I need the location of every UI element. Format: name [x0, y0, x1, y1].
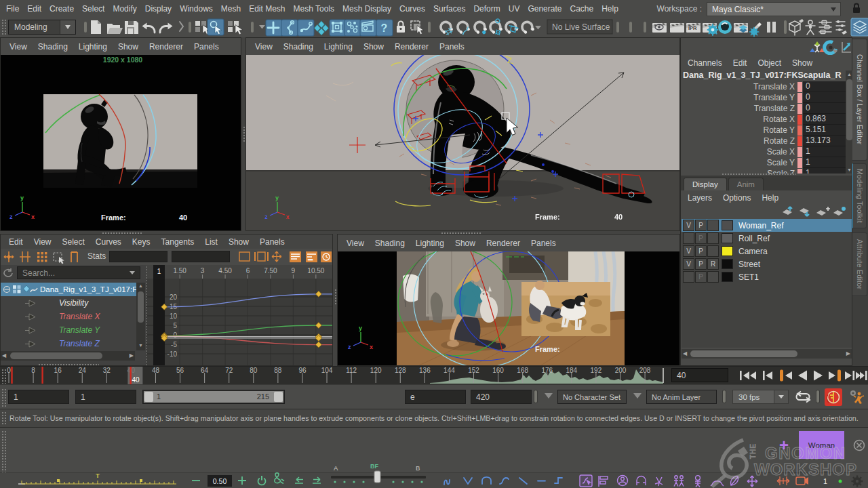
curve-ease-icon[interactable]: [500, 478, 509, 484]
channel-row[interactable]: Rotate Z 13.173: [681, 136, 846, 146]
menu-item[interactable]: Surfaces: [429, 4, 469, 14]
snap-magnet-grid-icon[interactable]: [439, 20, 454, 37]
menu-item[interactable]: UV: [505, 4, 524, 14]
channel-row[interactable]: Rotate Y 5.151: [681, 125, 846, 136]
snap-points-icon[interactable]: [344, 20, 361, 36]
channelbox-menu-item[interactable]: Show: [787, 58, 818, 68]
animation-start-field[interactable]: 1: [8, 390, 69, 404]
layer-playback-toggle[interactable]: P: [695, 220, 707, 231]
channel-value-field[interactable]: 1: [803, 146, 846, 157]
prev-key-arrow-icon[interactable]: [295, 477, 303, 483]
tab-channel-box[interactable]: Channel Box / Layer Editor: [852, 39, 867, 161]
graph-menu-item[interactable]: Keys: [127, 237, 156, 247]
layer-visibility-toggle[interactable]: V: [683, 220, 694, 231]
link-icon[interactable]: [275, 473, 284, 484]
layer-reference-toggle[interactable]: R: [707, 258, 719, 270]
layer-playback-toggle[interactable]: P: [695, 258, 707, 270]
modeling-toolkit-box-icon[interactable]: [789, 19, 804, 35]
dope-sheet-icon[interactable]: [306, 251, 317, 262]
channel-value-field[interactable]: 13.173: [803, 136, 846, 146]
lattice-tool-icon[interactable]: [37, 252, 47, 262]
move-layer-down-icon[interactable]: [800, 208, 809, 216]
layer-row[interactable]: V P Camera: [682, 245, 852, 258]
select-component-icon[interactable]: [228, 21, 243, 35]
layer-reference-toggle[interactable]: [707, 271, 719, 283]
graph-plot-area[interactable]: 1.5034.5067.50910.50 20151050-5-10 1: [146, 265, 332, 365]
no-live-surface-field[interactable]: No Live Surface: [552, 22, 610, 32]
menubar-lock-icon[interactable]: [852, 3, 861, 14]
mini-timeline-ruler[interactable]: [22, 479, 176, 484]
menu-item[interactable]: File: [2, 4, 23, 14]
helpline-grip[interactable]: [1, 411, 6, 426]
highlight-selection-icon[interactable]: [411, 21, 423, 35]
viewport-menu-item[interactable]: Renderer: [481, 239, 526, 248]
menu-item[interactable]: Display: [141, 4, 176, 14]
anim-flag-icon[interactable]: [599, 476, 608, 487]
toolkit-toggle-icon[interactable]: [851, 18, 868, 36]
layer-color-swatch[interactable]: [722, 220, 733, 230]
current-frame-field[interactable]: 40: [671, 368, 728, 382]
workspace-dropdown[interactable]: Maya Classic*: [707, 2, 841, 16]
tab-modeling-toolkit[interactable]: Modeling Toolkit: [852, 163, 867, 228]
viewport-menu-item[interactable]: Renderer: [389, 42, 434, 52]
step-forward-frame-button[interactable]: [845, 371, 854, 380]
channel-row[interactable]: Rotate X 0.863: [681, 114, 846, 125]
snap-help-icon[interactable]: ?: [376, 20, 393, 36]
snap-magnet-live-icon[interactable]: [504, 20, 519, 35]
channelbox-menu-item[interactable]: Object: [752, 58, 787, 68]
curve-smooth-icon[interactable]: [444, 480, 450, 485]
tool-settings-icon[interactable]: [836, 20, 847, 35]
outliner-hscrollbar[interactable]: ◀ ▶: [1, 351, 135, 361]
character-set-field[interactable]: No Character Set: [557, 390, 627, 404]
move-key-tool-icon[interactable]: [4, 251, 14, 262]
channel-value-field[interactable]: 1: [803, 168, 846, 174]
viewport-menu-item[interactable]: Shading: [370, 239, 410, 248]
outliner-attr-row[interactable]: Visibility: [1, 296, 135, 310]
modeling-selector[interactable]: Modeling: [8, 20, 76, 35]
graph-menu-item[interactable]: Show: [223, 237, 254, 247]
make-live-icon[interactable]: [315, 21, 329, 35]
layer-visibility-toggle[interactable]: V: [683, 245, 694, 257]
splitter-grip[interactable]: [242, 125, 245, 143]
new-empty-layer-icon[interactable]: [816, 207, 830, 216]
layer-visibility-toggle[interactable]: [683, 232, 694, 244]
graph-menu-item[interactable]: Tangents: [156, 237, 200, 247]
channel-value-field[interactable]: 5.151: [803, 125, 846, 136]
file-new-icon[interactable]: [91, 20, 101, 34]
channel-value-field[interactable]: 1: [803, 157, 846, 168]
curve-linear-icon[interactable]: [519, 478, 527, 484]
graph-menu-item[interactable]: Edit: [3, 237, 28, 247]
render-layers-icon[interactable]: [734, 23, 748, 33]
render-settings-icon[interactable]: [703, 23, 718, 35]
menu-item[interactable]: Deform: [469, 4, 504, 14]
range-handle-right[interactable]: [274, 392, 283, 402]
range-slider[interactable]: 1 215: [142, 390, 285, 404]
play-forwards-button[interactable]: [814, 371, 823, 381]
channel-row[interactable]: Translate Z 0: [681, 103, 846, 114]
viewport-menu-item[interactable]: Show: [113, 42, 144, 52]
snap-curve-icon[interactable]: [298, 20, 314, 36]
channel-row[interactable]: Scale X 1: [681, 146, 846, 157]
layer-visibility-toggle[interactable]: [683, 271, 694, 283]
layer-playback-toggle[interactable]: P: [695, 271, 707, 283]
menu-item[interactable]: Modify: [108, 4, 140, 14]
graph-splitter[interactable]: [145, 265, 147, 365]
step-forward-key-button[interactable]: [829, 370, 841, 382]
menu-item[interactable]: Cache: [566, 4, 597, 14]
layer-playback-toggle[interactable]: P: [695, 232, 707, 244]
outliner-attr-row[interactable]: Translate Z: [1, 337, 135, 350]
channel-row[interactable]: Translate Y 0: [681, 92, 846, 103]
splitter-grip[interactable]: [334, 288, 336, 306]
time-slider[interactable]: 0816243240485664728088961041121201281361…: [0, 366, 868, 385]
viewport-menu-item[interactable]: Lighting: [319, 42, 358, 52]
layer-row[interactable]: V P R Street: [682, 258, 852, 270]
layer-row[interactable]: P Roll_Ref: [682, 232, 852, 245]
graph-menu-item[interactable]: Select: [56, 237, 90, 247]
channelbox-menu-item[interactable]: Channels: [682, 58, 728, 68]
render-current-frame-icon[interactable]: [670, 23, 684, 33]
go-to-start-button[interactable]: [740, 371, 756, 380]
channel-value-field[interactable]: 0: [803, 92, 846, 103]
timeline-ruler[interactable]: 0816243240485664728088961041121201281361…: [0, 367, 668, 384]
channel-value-field[interactable]: 0: [803, 103, 846, 114]
power-toggle-icon[interactable]: [258, 476, 266, 485]
